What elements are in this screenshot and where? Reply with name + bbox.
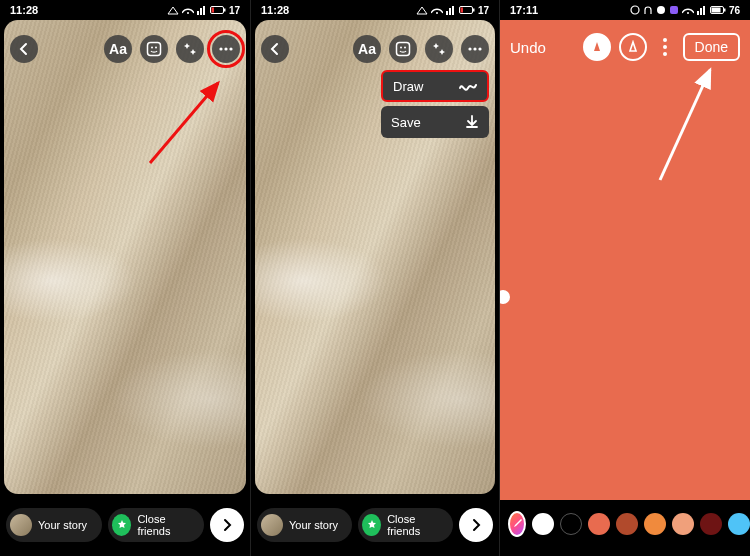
battery-percent: 76 [729,5,740,16]
close-friends-button[interactable]: Close friends [358,508,453,542]
svg-rect-16 [452,6,454,15]
more-options-button[interactable] [461,35,489,63]
svg-rect-21 [397,43,410,56]
color-swatch-black[interactable] [560,513,582,535]
svg-rect-33 [697,11,699,15]
svg-point-26 [478,47,481,50]
squiggle-icon [459,80,477,92]
more-tools-button[interactable] [655,38,675,56]
color-swatch[interactable] [672,513,694,535]
svg-point-0 [187,12,189,14]
sticker-button[interactable] [140,35,168,63]
your-story-button[interactable]: Your story [6,508,102,542]
svg-rect-3 [197,11,199,15]
effects-button[interactable] [425,35,453,63]
status-right: 17 [416,5,489,16]
share-bar: Your story Close friends [257,508,493,542]
svg-line-37 [660,70,710,180]
text-tool-label: Aa [109,41,127,57]
color-swatch-white[interactable] [532,513,554,535]
back-button[interactable] [261,35,289,63]
close-friends-button[interactable]: Close friends [108,508,204,542]
svg-rect-19 [460,8,463,13]
menu-draw-label: Draw [393,79,423,94]
svg-rect-5 [211,8,214,13]
next-button[interactable] [459,508,493,542]
svg-point-24 [468,47,471,50]
status-right: 17 [167,5,240,16]
back-button[interactable] [10,35,38,63]
next-button[interactable] [210,508,244,542]
phone-screenshot-3: 17:11 76 Undo Done [500,0,750,556]
pen-tool-button[interactable] [583,33,611,61]
svg-point-9 [155,47,157,49]
share-bar: Your story Close friends [6,508,244,542]
phone-screenshot-1: 11:28 17 Aa [0,0,250,556]
svg-rect-32 [703,6,705,15]
your-story-label: Your story [38,519,87,531]
close-friends-icon [112,514,131,536]
status-time: 11:28 [10,4,38,16]
status-time: 17:11 [510,4,538,16]
svg-rect-7 [148,43,161,56]
svg-point-27 [631,6,639,14]
svg-point-28 [657,6,665,14]
svg-point-8 [151,47,153,49]
menu-save-label: Save [391,115,421,130]
marker-tool-button[interactable] [619,33,647,61]
svg-line-13 [150,83,218,163]
menu-save[interactable]: Save [381,106,489,138]
svg-rect-20 [473,9,475,12]
brush-size-handle[interactable] [500,290,510,304]
svg-rect-36 [724,9,726,12]
eyedropper-button[interactable] [508,511,526,537]
top-toolbar: Aa [353,35,489,63]
svg-rect-2 [203,6,205,15]
annotation-arrow [140,75,230,165]
color-swatch[interactable] [728,513,750,535]
your-story-label: Your story [289,519,338,531]
status-right: 76 [630,5,740,16]
color-swatch[interactable] [700,513,722,535]
status-bar: 11:28 17 [251,0,499,20]
undo-button[interactable]: Undo [510,39,546,56]
text-tool-button[interactable]: Aa [104,35,132,63]
svg-rect-15 [449,8,451,15]
your-story-avatar [261,514,283,536]
done-label: Done [695,39,728,55]
sticker-button[interactable] [389,35,417,63]
svg-rect-29 [670,6,678,14]
annotation-arrow [650,65,720,185]
svg-point-22 [400,47,402,49]
svg-point-30 [687,12,689,14]
color-swatch[interactable] [644,513,666,535]
svg-point-14 [436,12,438,14]
color-palette [500,506,750,542]
draw-topbar: Undo Done [500,28,750,66]
done-button[interactable]: Done [683,33,740,61]
menu-draw[interactable]: Draw [381,70,489,102]
svg-rect-17 [446,11,448,15]
status-bar: 11:28 17 [0,0,250,20]
battery-percent: 17 [478,5,489,16]
color-swatch[interactable] [616,513,638,535]
annotation-highlight-circle [207,30,245,68]
svg-rect-31 [700,8,702,15]
effects-button[interactable] [176,35,204,63]
status-bar: 17:11 76 [500,0,750,20]
brush-size-slider[interactable] [500,290,510,304]
your-story-button[interactable]: Your story [257,508,352,542]
svg-rect-35 [711,8,720,13]
svg-rect-6 [224,9,226,12]
battery-percent: 17 [229,5,240,16]
close-friends-label: Close friends [137,513,194,537]
svg-point-25 [473,47,476,50]
color-swatch[interactable] [588,513,610,535]
close-friends-label: Close friends [387,513,443,537]
text-tool-button[interactable]: Aa [353,35,381,63]
close-friends-icon [362,514,381,536]
svg-rect-1 [200,8,202,15]
text-tool-label: Aa [358,41,376,57]
status-time: 11:28 [261,4,289,16]
phone-screenshot-2: 11:28 17 Aa [250,0,500,556]
